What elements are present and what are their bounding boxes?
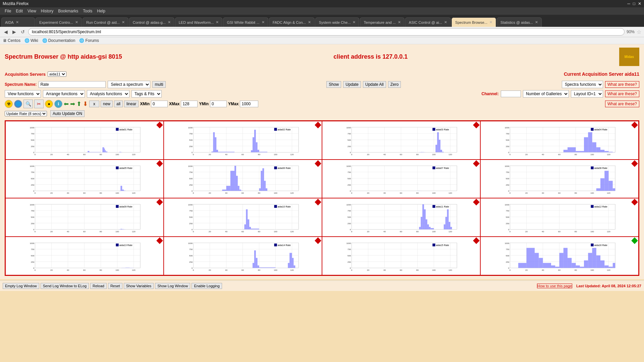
gallery-cell-1[interactable]: 02505007501000020406080100120aida01 Rate: [5, 121, 164, 160]
svg-rect-600: [604, 265, 608, 268]
down-arrow-btn[interactable]: ⬇: [83, 100, 88, 108]
tab-system[interactable]: System wide Che...✕: [315, 17, 360, 27]
tab-asic[interactable]: ASIC Control @ ai...✕: [405, 17, 451, 27]
number-of-galleries-select[interactable]: Number of Galleries: [523, 90, 569, 98]
tab-gsi[interactable]: GSI White Rabbit ...✕: [223, 17, 268, 27]
svg-text:100: 100: [432, 192, 436, 194]
multi-button[interactable]: multi: [152, 81, 165, 88]
update-rate-select[interactable]: Update Rate (8 secs): [5, 111, 47, 116]
network-icon-btn[interactable]: 🌐: [14, 100, 22, 108]
linear-button[interactable]: linear: [124, 101, 139, 107]
gallery-cell-7[interactable]: 02505007501000020406080100120aida07 Rate: [322, 160, 480, 198]
gallery-cell-16[interactable]: 02505007501000020406080100120aida16 Rate: [480, 237, 639, 275]
menu-tools[interactable]: Tools: [81, 8, 94, 14]
menu-view[interactable]: View: [25, 8, 38, 14]
auto-update-button[interactable]: Auto Update ON: [50, 110, 85, 117]
update-all-button[interactable]: Update All: [363, 81, 386, 88]
maximize-icon[interactable]: □: [633, 1, 635, 6]
show-log-button[interactable]: Show Log Window: [155, 283, 190, 289]
bookmark-star[interactable]: ☆: [637, 29, 641, 35]
menu-bookmarks[interactable]: Bookmarks: [56, 8, 80, 14]
tab-led[interactable]: LED and Waveform...✕: [175, 17, 223, 27]
what-are-these-3[interactable]: What are these?: [605, 101, 639, 107]
svg-text:60: 60: [83, 269, 86, 271]
analysis-functions-select[interactable]: Analysis functions: [87, 90, 129, 98]
x-button[interactable]: x: [89, 101, 99, 107]
gallery-cell-15[interactable]: 02505007501000020406080100120aida15 Rate: [322, 237, 480, 275]
reload-button[interactable]: ↺: [19, 28, 26, 35]
gallery-cell-10[interactable]: 02505007501000020406080100120aida10 Rate: [164, 198, 322, 237]
svg-rect-594: [580, 267, 584, 268]
zoom-in-icon-btn[interactable]: 🔍: [23, 100, 33, 108]
bookmark-centos[interactable]: 🖥 Centos: [3, 38, 20, 43]
xmin-input[interactable]: [151, 101, 168, 107]
svg-text:60: 60: [558, 153, 560, 156]
right-arrow-btn[interactable]: ➡: [70, 100, 75, 108]
new-button[interactable]: new: [101, 101, 113, 107]
gallery-cell-2[interactable]: 02505007501000020406080100120aida02 Rate: [164, 121, 322, 160]
reset-button[interactable]: Reset: [108, 283, 122, 289]
minimize-icon[interactable]: ─: [627, 1, 630, 6]
tab-temp[interactable]: Temperature and ...✕: [360, 17, 404, 27]
acq-server-select[interactable]: aida11: [48, 71, 66, 77]
gallery-cell-14[interactable]: 02505007501000020406080100120aida14 Rate: [164, 237, 322, 275]
update-button[interactable]: Update: [343, 81, 361, 88]
menu-help[interactable]: Help: [95, 8, 107, 14]
bookmark-docs[interactable]: 🌐 Documentation: [42, 38, 75, 43]
left-arrow-btn[interactable]: ⬅: [64, 100, 69, 108]
what-are-these-2[interactable]: What are these?: [605, 90, 639, 97]
ymin-input[interactable]: [210, 101, 227, 107]
tab-experiment[interactable]: Experiment Contro...✕: [36, 17, 82, 27]
view-functions-select[interactable]: View functions: [5, 90, 41, 98]
bookmark-forums[interactable]: 🌐 Forums: [79, 38, 99, 43]
tab-run-control[interactable]: Run Control @ aid...✕: [83, 17, 128, 27]
enable-logging-button[interactable]: Enable Logging: [192, 283, 222, 289]
bookmark-wiki[interactable]: 🌐 Wiki: [24, 38, 38, 43]
select-spectrum-dropdown[interactable]: Select a spectrum: [108, 81, 150, 88]
close-icon[interactable]: ✕: [638, 1, 641, 6]
tab-aida[interactable]: AIDA✕: [1, 17, 35, 27]
arrange-functions-select[interactable]: Arrange functions: [43, 90, 85, 98]
gallery-cell-9[interactable]: 02505007501000020406080100120aida09 Rate: [5, 198, 164, 237]
layout-id-select[interactable]: Layout ID=1: [571, 90, 603, 98]
gallery-cell-11[interactable]: 02505007501000020406080100120aida11 Rate: [322, 198, 480, 237]
tab-spectrum-browser[interactable]: Spectrum Browse...✕: [451, 17, 496, 27]
tab-statistics[interactable]: Statistics @ aidas...✕: [497, 17, 542, 27]
spectrum-name-input[interactable]: [39, 81, 106, 88]
ymax-input[interactable]: [240, 101, 258, 107]
empty-log-button[interactable]: Empty Log Window: [3, 283, 39, 289]
channel-input[interactable]: [501, 90, 521, 97]
gallery-cell-12[interactable]: 02505007501000020406080100120aida12 Rate: [480, 198, 639, 237]
show-variables-button[interactable]: Show Variables: [124, 283, 154, 289]
send-log-button[interactable]: Send Log Window to ELog: [41, 283, 89, 289]
up-arrow-btn[interactable]: ⬆: [76, 100, 82, 108]
what-are-these-1[interactable]: What are these?: [605, 81, 639, 88]
menu-file[interactable]: File: [3, 8, 13, 14]
cut-icon-btn[interactable]: ✂: [34, 100, 44, 108]
address-input[interactable]: [28, 28, 625, 36]
gallery-cell-13[interactable]: 02505007501000020406080100120aida13 Rate: [5, 237, 164, 275]
gallery-cell-4[interactable]: 02505007501000020406080100120aida04 Rate: [480, 121, 639, 160]
forward-button[interactable]: ▶: [11, 28, 17, 35]
gallery-cell-3[interactable]: 02505007501000020406080100120aida03 Rate: [322, 121, 480, 160]
gallery-cell-8[interactable]: 02505007501000020406080100120aida08 Rate: [480, 160, 639, 198]
reload-page-button[interactable]: Reload: [90, 283, 107, 289]
how-to-use-button[interactable]: How to use this page: [537, 284, 572, 288]
xmax-input[interactable]: [181, 101, 198, 107]
gallery-cell-5[interactable]: 02505007501000020406080100120aida05 Rate: [5, 160, 164, 198]
info-icon-btn[interactable]: ℹ: [54, 100, 62, 108]
spectra-functions-select[interactable]: Spectra functions: [562, 81, 603, 88]
svg-text:100: 100: [590, 230, 594, 233]
gallery-cell-6[interactable]: 02505007501000020406080100120aida06 Rate: [164, 160, 322, 198]
tab-control[interactable]: Control @ aidas-g...✕: [129, 17, 174, 27]
tags-fits-select[interactable]: Tags & Fits: [131, 90, 162, 98]
menu-edit[interactable]: Edit: [14, 8, 25, 14]
menu-history[interactable]: History: [39, 8, 55, 14]
all-button[interactable]: all: [114, 101, 123, 107]
tab-fadc[interactable]: FADC Align & Con...✕: [269, 17, 315, 27]
show-button[interactable]: Show: [326, 81, 341, 88]
zero-button[interactable]: Zero: [388, 81, 401, 88]
yellow-circle-btn[interactable]: ●: [45, 100, 53, 108]
back-button[interactable]: ◀: [3, 28, 9, 35]
radiation-icon-btn[interactable]: ☢: [5, 100, 13, 108]
